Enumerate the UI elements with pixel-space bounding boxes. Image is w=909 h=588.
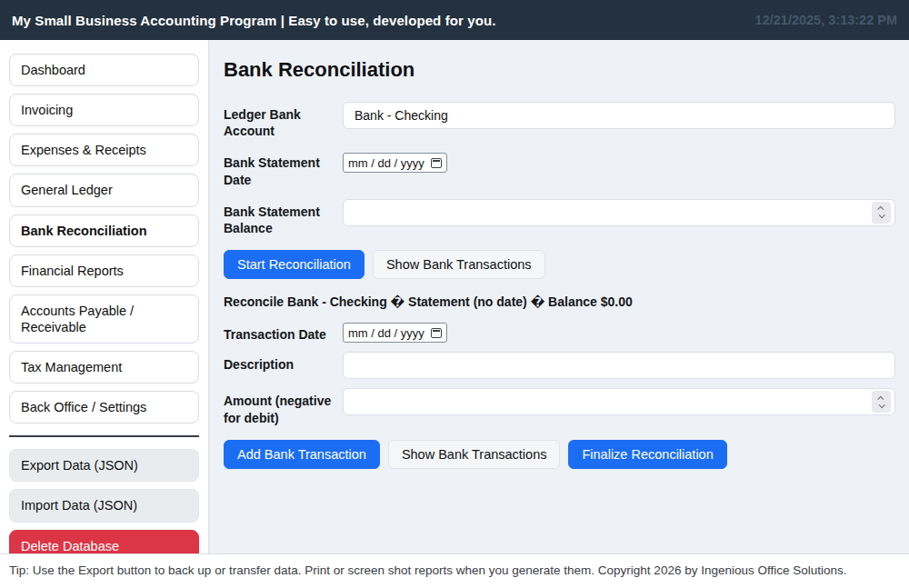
date-placeholder: mm / dd / yyyy [348, 156, 425, 170]
transaction-date-label: Transaction Date [224, 322, 343, 343]
ledger-account-select[interactable]: Bank - Checking [343, 102, 895, 129]
content-area: Dashboard Invoicing Expenses & Receipts … [0, 40, 909, 553]
spinner-down-icon[interactable] [879, 402, 885, 408]
transaction-actions-row: Add Bank Transaction Show Bank Transacti… [224, 440, 895, 469]
add-bank-transaction-button[interactable]: Add Bank Transaction [224, 440, 380, 469]
page-title: Bank Reconciliation [224, 58, 895, 82]
sidebar-item-expenses-receipts[interactable]: Expenses & Receipts [9, 134, 199, 166]
transaction-date-input[interactable]: mm / dd / yyyy [343, 323, 447, 343]
footer-tip-text: Tip: Use the Export button to back up or… [9, 563, 847, 577]
statement-balance-input[interactable] [343, 199, 895, 226]
ledger-account-label: Ledger Bank Account [224, 102, 343, 139]
statement-date-input[interactable]: mm / dd / yyyy [343, 153, 447, 173]
number-spinner[interactable] [872, 391, 891, 413]
statement-date-label: Bank Statement Date [224, 150, 343, 187]
sidebar-item-tax-management[interactable]: Tax Management [9, 351, 199, 384]
calendar-icon[interactable] [431, 328, 442, 338]
sidebar-item-back-office-settings[interactable]: Back Office / Settings [9, 391, 199, 424]
app-window: My Small Business Accounting Program | E… [0, 0, 909, 588]
sidebar-item-dashboard[interactable]: Dashboard [9, 54, 199, 86]
export-data-button[interactable]: Export Data (JSON) [9, 449, 199, 482]
sidebar-nav: Dashboard Invoicing Expenses & Receipts … [0, 40, 209, 553]
reconcile-status-line: Reconcile Bank - Checking � Statement (n… [224, 294, 895, 309]
statement-date-row: Bank Statement Date mm / dd / yyyy [224, 150, 895, 187]
sidebar-item-financial-reports[interactable]: Financial Reports [9, 254, 199, 287]
footer-tip-bar: Tip: Use the Export button to back up or… [0, 553, 909, 588]
app-title: My Small Business Accounting Program | E… [12, 13, 495, 28]
ledger-account-row: Ledger Bank Account Bank - Checking [224, 102, 895, 139]
spinner-up-icon[interactable] [877, 396, 884, 403]
start-reconciliation-button[interactable]: Start Reconciliation [224, 250, 365, 279]
description-label: Description [224, 352, 343, 373]
sidebar-item-accounts-payable-receivable[interactable]: Accounts Payable / Receivable [9, 294, 199, 344]
description-input[interactable] [343, 352, 895, 379]
finalize-reconciliation-button[interactable]: Finalize Reconciliation [568, 440, 726, 469]
statement-balance-row: Bank Statement Balance [224, 199, 895, 236]
amount-label: Amount (negative for debit) [224, 388, 343, 425]
sidebar-item-invoicing[interactable]: Invoicing [9, 94, 199, 126]
statement-balance-label: Bank Statement Balance [224, 199, 343, 236]
import-data-button[interactable]: Import Data (JSON) [9, 489, 199, 522]
show-bank-transactions-button-top[interactable]: Show Bank Transactions [373, 250, 545, 279]
number-spinner[interactable] [872, 202, 891, 224]
amount-input[interactable] [343, 388, 895, 415]
sidebar-divider [9, 435, 199, 437]
show-bank-transactions-button-bottom[interactable]: Show Bank Transactions [388, 440, 561, 469]
amount-row: Amount (negative for debit) [224, 388, 895, 425]
transaction-date-row: Transaction Date mm / dd / yyyy [224, 322, 895, 343]
sidebar-item-bank-reconciliation[interactable]: Bank Reconciliation [9, 214, 199, 247]
calendar-icon[interactable] [431, 158, 442, 168]
app-header: My Small Business Accounting Program | E… [0, 0, 909, 40]
reconciliation-actions-row: Start Reconciliation Show Bank Transacti… [224, 250, 895, 279]
header-timestamp: 12/21/2025, 3:13:22 PM [755, 13, 897, 27]
date-placeholder: mm / dd / yyyy [348, 326, 425, 340]
bank-reconciliation-page: Bank Reconciliation Ledger Bank Account … [209, 40, 909, 553]
sidebar-item-general-ledger[interactable]: General Ledger [9, 174, 199, 206]
description-row: Description [224, 352, 895, 379]
spinner-down-icon[interactable] [879, 213, 885, 219]
